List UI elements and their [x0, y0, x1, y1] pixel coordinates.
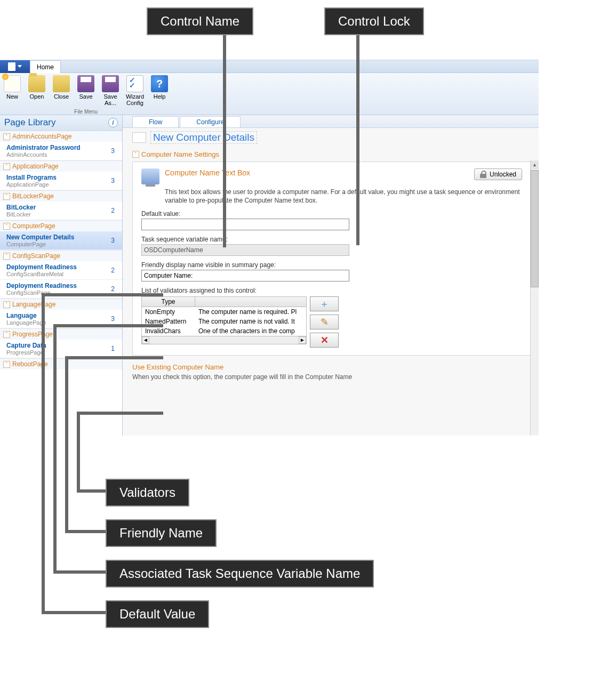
folder-close-icon: [53, 75, 70, 92]
group-computerpage[interactable]: ˄ComputerPage: [0, 220, 122, 231]
group-label: LanguagePage: [12, 301, 55, 308]
dropdown-triangle-icon: [18, 65, 22, 68]
open-button[interactable]: Open: [25, 73, 49, 107]
chevron-up-icon: ˄: [132, 151, 139, 158]
group-label: ProgressPage: [12, 331, 53, 338]
save-button[interactable]: Save: [74, 73, 98, 107]
callout-default-value: Default Value: [106, 600, 209, 628]
sidebar-title: Page Library: [4, 117, 55, 128]
line-friendly-v: [65, 356, 68, 532]
chevron-up-icon: ˄: [3, 331, 10, 338]
page-item-install-programs[interactable]: Install ProgramsApplicationPage 3: [0, 172, 122, 190]
tab-home[interactable]: Home: [30, 60, 61, 73]
tab-configure[interactable]: Configure: [180, 116, 241, 127]
page-title[interactable]: New Computer Details: [150, 131, 257, 144]
new-label: New: [6, 93, 18, 100]
validators-hscroll[interactable]: ◄ ►: [142, 336, 306, 344]
page-sub-text: ConfigScanBareMetal: [6, 271, 77, 277]
chevron-up-icon: ˄: [3, 223, 10, 230]
validator-row[interactable]: NonEmpty The computer name is required. …: [142, 307, 306, 317]
page-sub-text: ApplicationPage: [6, 181, 57, 188]
default-value-label: Default value:: [141, 210, 522, 218]
validator-row[interactable]: InvalidChars One of the characters in th…: [142, 326, 306, 336]
tab-flow[interactable]: Flow: [132, 116, 179, 127]
line-val-v: [77, 412, 80, 492]
save-as-button[interactable]: Save As...: [98, 73, 123, 107]
help-label: Help: [154, 93, 166, 100]
group-bitlockerpage[interactable]: ˄BitLockerPage: [0, 190, 122, 202]
validator-desc: The computer name is required. Pl: [195, 307, 306, 317]
default-value-field: Default value:: [141, 210, 522, 230]
panel-header: Computer Name Text Box Unlocked: [141, 168, 522, 184]
save-icon: [77, 75, 94, 92]
group-progresspage[interactable]: ˄ProgressPage: [0, 328, 122, 340]
page-thumb-icon: [132, 132, 146, 143]
validator-type: InvalidChars: [142, 326, 195, 336]
group-adminaccounts[interactable]: ˄AdminAccountsPage: [0, 131, 122, 142]
page-title-text: Administrator Password: [6, 144, 81, 151]
validator-delete-button[interactable]: ✕: [310, 333, 339, 348]
group-label: ApplicationPage: [12, 163, 59, 170]
page-sub-text: ComputerPage: [6, 241, 74, 247]
page-item-bitlocker[interactable]: BitLockerBitLocker 2: [0, 202, 122, 220]
computer-icon: [141, 168, 159, 184]
page-count: 2: [111, 285, 118, 293]
scroll-right-icon[interactable]: ►: [299, 336, 306, 344]
validator-edit-button[interactable]: ✎: [310, 315, 339, 329]
new-icon: [4, 75, 21, 92]
chevron-up-icon: ˄: [3, 253, 10, 260]
open-label: Open: [30, 93, 44, 100]
info-icon[interactable]: i: [108, 118, 118, 127]
sidebar-list[interactable]: ˄AdminAccountsPage Administrator Passwor…: [0, 131, 122, 436]
main-vscroll[interactable]: ▲: [530, 160, 539, 435]
group-applicationpage[interactable]: ˄ApplicationPage: [0, 160, 122, 172]
line-assoc-h2: [53, 570, 106, 574]
line-control-lock: [356, 34, 359, 245]
page-sub-text: AdminAccounts: [6, 151, 81, 158]
callout-friendly-name: Friendly Name: [106, 519, 217, 547]
wizard-config-button[interactable]: Wizard Config: [123, 73, 147, 107]
default-value-input[interactable]: [141, 219, 349, 230]
ribbon-group-label: File Menu: [0, 109, 172, 115]
friendly-name-input[interactable]: [141, 270, 349, 281]
section-computer-name-settings[interactable]: ˄ Computer Name Settings: [132, 150, 531, 158]
group-rebootpage[interactable]: ˄RebootPage: [0, 358, 122, 369]
page-count: 2: [111, 267, 118, 274]
callout-control-lock: Control Lock: [324, 7, 424, 35]
main-scroll[interactable]: ˄ Computer Name Settings Computer Name T…: [123, 145, 539, 436]
scroll-left-icon[interactable]: ◄: [142, 336, 149, 344]
page-title-text: Deployment Readiness: [6, 282, 77, 289]
validator-buttons: ＋ ✎ ✕: [310, 296, 339, 348]
scroll-thumb[interactable]: [531, 170, 539, 287]
col-desc: [195, 297, 306, 307]
sidebar-header: Page Library i: [0, 115, 122, 131]
sidebar: Page Library i ˄AdminAccountsPage Admini…: [0, 115, 123, 436]
page-item-new-computer-details[interactable]: New Computer DetailsComputerPage 3: [0, 231, 122, 250]
group-languagepage[interactable]: ˄LanguagePage: [0, 299, 122, 310]
page-item-admin-password[interactable]: Administrator PasswordAdminAccounts 3: [0, 142, 122, 160]
use-existing-desc: When you check this option, the computer…: [132, 373, 531, 381]
page-count: 3: [111, 177, 118, 184]
validator-add-button[interactable]: ＋: [310, 296, 339, 311]
validator-type: NonEmpty: [142, 307, 195, 317]
new-button[interactable]: New: [0, 73, 25, 107]
close-button[interactable]: Close: [49, 73, 74, 107]
scroll-up-icon[interactable]: ▲: [531, 160, 539, 169]
page-count: 3: [111, 315, 118, 323]
validators-table[interactable]: Type NonEmpty The computer name is requi…: [141, 296, 307, 344]
page-sub-text: LanguagePage: [6, 319, 46, 326]
validator-row[interactable]: NamedPattern The computer name is not va…: [142, 317, 306, 326]
page-sub-text: ProgressPage: [6, 349, 46, 356]
page-count: 3: [111, 147, 118, 155]
friendly-name-field: Friendly display name visible in summary…: [141, 261, 522, 281]
page-title-text: Capture Data: [6, 342, 46, 349]
group-configscanpage[interactable]: ˄ConfigScanPage: [0, 250, 122, 261]
validators-header: Type: [142, 297, 306, 307]
save-label: Save: [79, 93, 92, 100]
page-item-capture-data[interactable]: Capture DataProgressPage 1: [0, 340, 122, 358]
page-item-deployment-readiness-1[interactable]: Deployment ReadinessConfigScanBareMetal …: [0, 261, 122, 280]
control-lock-button[interactable]: Unlocked: [474, 168, 522, 180]
save-as-label: Save As...: [103, 93, 117, 106]
help-button[interactable]: ? Help: [147, 73, 172, 107]
file-menu-button[interactable]: [0, 60, 30, 73]
